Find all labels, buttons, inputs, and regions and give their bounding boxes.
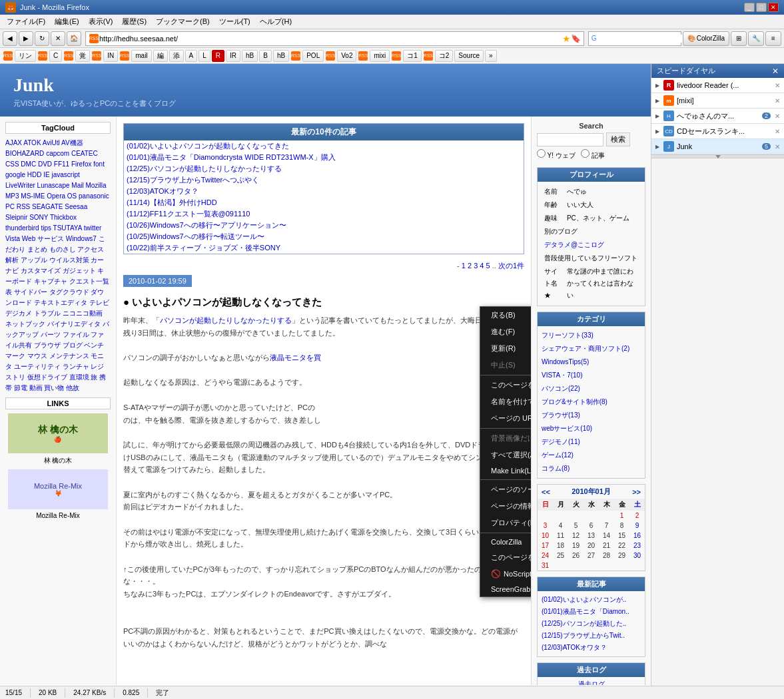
cal-day-16[interactable]: 16 (633, 532, 641, 539)
cal-day-12[interactable]: 12 (572, 532, 580, 539)
tag-seagate[interactable]: SEAGATE (32, 203, 63, 210)
panel-close-button[interactable]: ✕ (772, 67, 779, 76)
tag-service[interactable]: サービス (37, 235, 64, 242)
page-3[interactable]: 3 (474, 262, 478, 270)
tag-css[interactable]: CSS (5, 160, 19, 168)
cal-day-28[interactable]: 28 (603, 552, 610, 559)
tag-rss[interactable]: RSS (17, 203, 31, 210)
tag-capture[interactable]: キャプチャ (34, 278, 67, 285)
tag-tabun[interactable]: 他故 (66, 384, 79, 391)
link1-image[interactable]: 林 檎の木 🍎 (8, 413, 108, 453)
radio-article-label[interactable]: 記事 (581, 149, 605, 160)
tag-google[interactable]: google (5, 171, 25, 178)
tag-tagcloud[interactable]: タグクラウド (49, 288, 89, 296)
tag-ajax[interactable]: AJAX (5, 139, 22, 146)
tag-virtual[interactable]: 仮想ドライブ (27, 373, 67, 381)
article-link-7[interactable]: (10/26)Windows7への移行〜アプリケーション〜 (124, 220, 524, 231)
cal-day-7[interactable]: 7 (605, 522, 609, 529)
menu-bookmarks[interactable]: ブックマーク(B) (152, 15, 214, 28)
cal-day-30[interactable]: 30 (633, 552, 641, 559)
bm-kaku[interactable]: 覚 (75, 50, 90, 62)
category-item-4[interactable]: パソコン(22) (542, 382, 641, 395)
tag-parts[interactable]: パーツ (41, 331, 61, 338)
tag-hdd[interactable]: HDD (27, 171, 42, 178)
cal-day-10[interactable]: 10 (542, 532, 549, 539)
panel-item-2[interactable]: ▶Hへでゅさんのマ...2✕ (651, 109, 784, 124)
panel-item-3[interactable]: ▶CDCDセールスランキ...✕ (651, 124, 784, 139)
cal-day-4[interactable]: 4 (559, 522, 563, 529)
cal-day-19[interactable]: 19 (572, 542, 580, 549)
tag-buy[interactable]: 買い物 (44, 384, 64, 391)
tag-firefox[interactable]: Firefox (71, 160, 92, 168)
tag-twitter[interactable]: twitter (84, 224, 102, 232)
log-link[interactable]: 過去ログ (538, 677, 645, 685)
cal-day-27[interactable]: 27 (588, 552, 595, 559)
tag-browser[interactable]: ブラウザ (34, 342, 61, 349)
cal-day-23[interactable]: 23 (633, 542, 641, 549)
cm-forward[interactable]: 進む(F) (480, 324, 531, 340)
panel-divider[interactable] (651, 154, 784, 158)
panel-close-1[interactable]: ✕ (775, 97, 780, 105)
cal-day-2[interactable]: 2 (635, 512, 639, 519)
tag-vista[interactable]: Vista (5, 235, 20, 242)
tag-aviutl[interactable]: AviUtl (43, 139, 60, 146)
tag-panasonic[interactable]: panasonic (79, 192, 109, 200)
profile-otherblog-value[interactable]: デタラメ@ここログ (543, 239, 639, 251)
tag-digicam[interactable]: デジカメ (5, 310, 32, 317)
cm-pageinfo[interactable]: ページの情報を表示(I) (480, 498, 531, 515)
article-link-9[interactable]: (10/22)前半スティーブ・ジョブズ・後半SONY (124, 242, 524, 254)
tag-lunascape[interactable]: Lunascape (37, 182, 70, 189)
tag-editor[interactable]: テキストエディタ (34, 299, 87, 306)
menu-help[interactable]: ヘルプ(H) (256, 15, 296, 28)
tag-gadget[interactable]: ガジェット (63, 267, 96, 274)
forward-button[interactable]: ▶ (19, 31, 33, 46)
bm-pol[interactable]: POL (302, 50, 324, 62)
tag-trouble[interactable]: トラブル (34, 310, 61, 317)
category-item-9[interactable]: ゲーム(12) (542, 449, 641, 462)
bm-rin[interactable]: リン (15, 50, 36, 62)
tag-custom[interactable]: カスタマイズ (21, 267, 61, 274)
panel-item-1[interactable]: ▶m[mixi]✕ (651, 93, 784, 109)
cm-save[interactable]: 名前を付けてページを保存(P).. (480, 393, 531, 410)
address-bar[interactable] (99, 35, 562, 43)
cal-day-11[interactable]: 11 (557, 532, 564, 539)
cm-colorzilla[interactable]: ColorZilla ▶ (480, 535, 531, 549)
menu-tools[interactable]: ツール(T) (215, 15, 254, 28)
cal-day-31[interactable]: 31 (542, 562, 549, 569)
category-item-5[interactable]: ブログ&サイト制作(8) (542, 395, 641, 409)
cal-day-1[interactable]: 1 (620, 512, 624, 519)
search-input[interactable] (598, 35, 690, 43)
tag-sony[interactable]: SONY (29, 214, 48, 221)
panel-expand-4[interactable]: ▶ (655, 144, 659, 150)
tag-mouse[interactable]: マウス (27, 352, 47, 359)
page-5[interactable]: 5 (486, 262, 490, 270)
tag-biohazard[interactable]: BIOHAZARD (5, 150, 44, 157)
cm-screengrab[interactable]: ScreenGrab! ▶ (480, 582, 531, 596)
recent-article-0[interactable]: (01/02)いよいよパソコンが.. (542, 594, 641, 606)
article-title-text[interactable]: いよいよパソコンが起動しなくなってきた (132, 296, 322, 308)
reload-button[interactable]: ↻ (35, 31, 49, 46)
cal-day-26[interactable]: 26 (572, 552, 580, 559)
cm-makelink[interactable]: Make Link(L) ▶ (480, 463, 531, 478)
tag-travel[interactable]: 旅 (91, 373, 97, 381)
tag-livewriter[interactable]: LiveWriter (5, 182, 35, 189)
extra-button[interactable]: ≡ (765, 31, 781, 46)
tag-javascript[interactable]: javascript (52, 171, 80, 178)
article-link-0[interactable]: (01/02)いよいよパソコンが起動しなくなってきた (124, 140, 524, 152)
colorzilla-button[interactable]: 🎨 ColorZilla (683, 31, 729, 46)
cal-day-24[interactable]: 24 (542, 552, 549, 559)
tag-atok[interactable]: ATOK (23, 139, 41, 146)
cm-noscript[interactable]: 🚫NoScript ▶ (480, 566, 531, 582)
category-item-10[interactable]: コラム(8) (542, 462, 641, 475)
bm-ir[interactable]: IR (226, 50, 240, 62)
bm-ko1[interactable]: コ1 (403, 50, 422, 62)
category-item-0[interactable]: フリーソフト(33) (542, 329, 641, 342)
cm-props[interactable]: プロパティ(P) (480, 515, 531, 531)
cm-reload[interactable]: 更新(R) (480, 340, 531, 357)
tag-tips[interactable]: tips (41, 224, 51, 232)
link1-label[interactable]: 林 檎の木 (5, 456, 111, 465)
tag-tv[interactable]: テレビ (89, 299, 109, 306)
category-item-7[interactable]: webサービス(10) (542, 422, 641, 435)
tag-thunderbird[interactable]: thunderbird (5, 224, 39, 232)
tag-apple[interactable]: アップル (21, 256, 47, 264)
